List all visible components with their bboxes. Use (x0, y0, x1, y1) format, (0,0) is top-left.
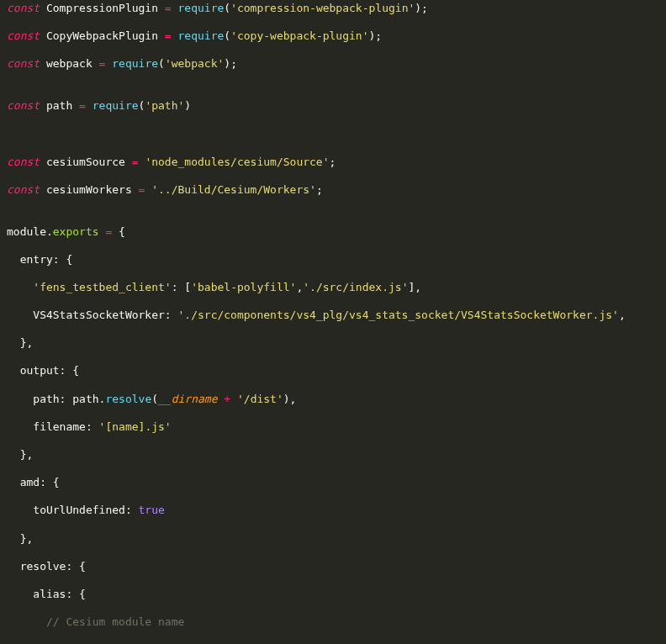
code-line: const webpack = require('webpack'); (0, 57, 666, 71)
token-punc (40, 99, 46, 112)
token-str: './src/index.js' (303, 281, 408, 293)
code-editor[interactable]: const CompressionPlugin = require('compr… (0, 0, 666, 644)
token-str: '/dist' (237, 393, 283, 405)
code-line: const cesiumWorkers = '../Build/Cesium/W… (0, 183, 666, 198)
code-line: VS4StatsSocketWorker: './src/components/… (0, 309, 666, 323)
token-prop: exports (53, 225, 99, 238)
token-kw: const (7, 2, 40, 14)
token-str: '[name].js' (99, 420, 172, 433)
token-brace: { (79, 560, 86, 573)
token-var: webpack (46, 57, 92, 70)
token-var: module (7, 225, 46, 238)
token-var: cesiumWorkers (46, 183, 132, 196)
token-punc: ( (224, 29, 230, 42)
token-punc (40, 2, 46, 14)
token-kw: const (7, 156, 40, 168)
token-punc (230, 393, 237, 405)
token-dirn: __dirname (158, 393, 217, 405)
token-str: 'copy-webpack-plugin' (230, 29, 368, 42)
token-kw: const (7, 57, 40, 70)
token-punc: ], (408, 281, 421, 293)
token-str: '../Build/Cesium/Workers' (151, 183, 316, 196)
token-brace: { (72, 364, 79, 377)
token-brace: { (66, 253, 72, 266)
token-punc: ( (151, 393, 158, 405)
token-func: require (178, 2, 225, 14)
code-line: module.exports = { (0, 225, 666, 240)
token-punc (158, 2, 165, 14)
code-line: const CopyWebpackPlugin = require('copy-… (0, 29, 666, 44)
token-punc (40, 156, 46, 168)
token-propkey: output: (20, 364, 73, 377)
token-brace: }, (20, 532, 34, 545)
code-line: const path = require('path') (0, 99, 666, 113)
token-punc: ); (369, 29, 383, 42)
token-var: cesiumSource (46, 156, 125, 168)
token-punc: ( (224, 2, 230, 14)
token-punc: ), (283, 393, 297, 405)
token-kw: const (7, 183, 40, 196)
token-punc (40, 183, 46, 196)
token-punc (86, 99, 92, 112)
token-kw: const (7, 99, 40, 112)
token-str: 'path' (145, 99, 184, 112)
token-punc (172, 2, 178, 14)
code-line: const cesiumSource = 'node_modules/cesiu… (0, 156, 666, 170)
token-punc: ) (184, 99, 191, 112)
token-punc: , (619, 309, 626, 321)
token-str: 'webpack' (165, 57, 224, 70)
token-punc: ); (224, 57, 237, 70)
token-brace: }, (20, 448, 34, 461)
token-propkey: resolve: (20, 560, 79, 573)
token-punc: . (46, 225, 53, 238)
code-line: // Cesium module name (0, 615, 666, 630)
token-op: = (165, 2, 172, 14)
token-brace: }, (20, 336, 34, 349)
code-line: output: { (0, 364, 666, 378)
token-op: = (165, 29, 172, 42)
token-propkey: path: (33, 393, 72, 405)
token-str: 'node_modules/cesium/Source' (145, 156, 329, 168)
token-propkey: filename: (33, 420, 98, 433)
code-line: path: path.resolve(__dirname + '/dist'), (0, 393, 666, 407)
code-line: entry: { (0, 253, 666, 267)
token-func: resolve (105, 393, 151, 405)
token-func: require (112, 57, 158, 70)
code-line: amd: { (0, 476, 666, 490)
token-punc: ( (158, 57, 165, 70)
token-func: require (92, 99, 139, 112)
token-punc (72, 99, 79, 112)
token-var: path (46, 99, 72, 112)
token-op: = (79, 99, 86, 112)
token-propkey: toUrlUndefined: (33, 504, 138, 516)
code-line: }, (0, 532, 666, 546)
token-var: CopyWebpackPlugin (46, 29, 158, 42)
code-line: 'fens_testbed_client': ['babel-polyfill'… (0, 281, 666, 295)
token-var: path (72, 393, 98, 405)
code-line: }, (0, 336, 666, 351)
token-punc: : [ (172, 281, 191, 293)
token-op: = (132, 156, 139, 168)
token-var: CompressionPlugin (46, 2, 158, 14)
token-op: + (224, 393, 230, 405)
token-punc: ; (330, 156, 336, 168)
token-str: 'compression-webpack-plugin' (230, 2, 415, 14)
code-line: filename: '[name].js' (0, 420, 666, 435)
token-comment: // Cesium module name (46, 615, 184, 628)
token-propkey: VS4StatsSocketWorker: (33, 309, 177, 321)
token-propkey: entry: (20, 253, 66, 266)
token-str: 'fens_testbed_client' (33, 281, 171, 293)
token-punc (112, 225, 119, 238)
code-line: }, (0, 448, 666, 462)
token-punc: ); (415, 2, 428, 14)
token-punc (40, 57, 46, 70)
token-punc (92, 57, 99, 70)
token-bool: true (139, 504, 165, 516)
token-punc (158, 29, 165, 42)
token-str: 'babel-polyfill' (191, 281, 296, 293)
code-line: resolve: { (0, 560, 666, 574)
token-propkey: alias: (33, 588, 79, 600)
token-brace: { (53, 476, 60, 488)
token-brace: { (79, 588, 86, 600)
token-punc (125, 156, 132, 168)
